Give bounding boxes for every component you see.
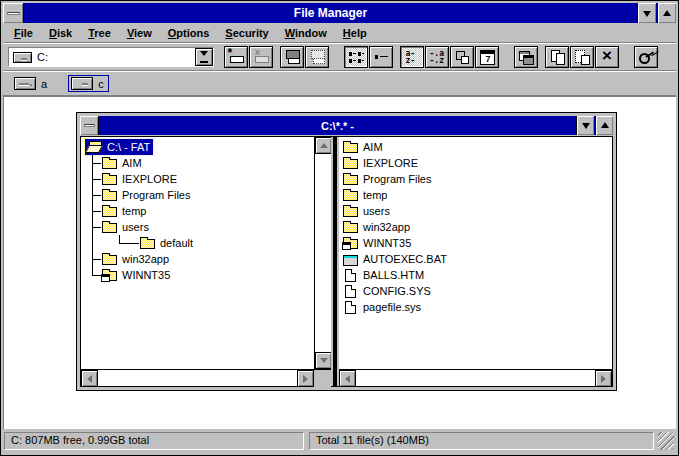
window-title: File Manager <box>24 6 637 20</box>
menu-help[interactable]: Help <box>335 25 375 41</box>
file-item[interactable]: WINNT35 <box>342 235 612 251</box>
tree-hscroll-track[interactable] <box>98 370 297 386</box>
file-item-label: WINNT35 <box>363 237 411 249</box>
stop-sharing-button[interactable] <box>305 46 329 68</box>
tree-branch-lines <box>85 187 101 203</box>
sort-by-date-button[interactable] <box>475 46 499 68</box>
tree-item-label: temp <box>122 205 146 217</box>
program-file-icon <box>343 255 358 266</box>
scroll-right-button[interactable] <box>595 370 612 387</box>
directory-tree-pane: C:\ - FAT AIM <box>81 137 314 369</box>
file-item[interactable]: win32app <box>342 219 612 235</box>
tree-item[interactable]: IEXPLORE <box>85 171 314 187</box>
file-item[interactable]: users <box>342 203 612 219</box>
stop-sharing-folder-icon <box>309 50 326 65</box>
sort-by-name-button[interactable] <box>400 46 424 68</box>
tree-branch-lines <box>85 251 101 267</box>
file-item[interactable]: pagefile.sys <box>342 299 612 315</box>
copy-to-clipboard-button[interactable] <box>570 46 594 68</box>
document-icon <box>345 269 356 282</box>
list-hscroll-track[interactable] <box>356 370 595 386</box>
directory-minimize-button[interactable] <box>576 116 594 135</box>
file-item[interactable]: AIM <box>342 139 612 155</box>
tree-item[interactable]: temp <box>85 203 314 219</box>
scroll-right-button[interactable] <box>297 370 314 387</box>
view-all-details-button[interactable] <box>369 46 393 68</box>
tree-item-label: AIM <box>122 157 142 169</box>
title-bar[interactable]: File Manager <box>3 3 676 23</box>
file-item-label: CONFIG.SYS <box>363 285 431 297</box>
pane-splitter[interactable] <box>331 137 339 386</box>
resize-grip[interactable] <box>658 432 674 450</box>
chevron-down-icon <box>200 51 208 60</box>
file-item[interactable]: AUTOEXEC.BAT <box>342 251 612 267</box>
drive-c-button[interactable]: c <box>68 75 109 92</box>
status-drive-info: C: 807MB free, 0.99GB total <box>4 432 304 450</box>
drive-selector[interactable]: C: <box>8 47 214 67</box>
new-window-button[interactable] <box>514 46 538 68</box>
list-horizontal-scrollbar[interactable] <box>339 369 612 386</box>
tree-item[interactable]: win32app <box>85 251 314 267</box>
permissions-button[interactable] <box>634 46 658 68</box>
status-selection-info: Total 11 file(s) (140MB) <box>309 432 654 450</box>
delete-button[interactable] <box>595 46 619 68</box>
minimize-button[interactable] <box>637 3 656 23</box>
drive-selector-dropdown-button[interactable] <box>195 48 213 66</box>
menu-view[interactable]: View <box>119 25 160 41</box>
tree-vscroll-track[interactable] <box>315 154 331 352</box>
file-item[interactable]: Program Files <box>342 171 612 187</box>
tree-item[interactable]: C:\ - FAT <box>85 139 314 155</box>
tree-item-label: C:\ - FAT <box>107 141 150 153</box>
directory-maximize-button[interactable] <box>595 116 613 135</box>
minimize-icon <box>643 11 651 21</box>
tree-item[interactable]: AIM <box>85 155 314 171</box>
tree-horizontal-scrollbar[interactable] <box>81 369 331 386</box>
system-menu-button[interactable] <box>3 3 24 23</box>
view-name-only-button[interactable] <box>344 46 368 68</box>
tree-branch-lines <box>85 171 101 187</box>
menu-options[interactable]: Options <box>160 25 218 41</box>
maximize-button[interactable] <box>657 3 676 23</box>
menu-tree[interactable]: Tree <box>80 25 119 41</box>
file-item[interactable]: temp <box>342 187 612 203</box>
key-icon <box>638 50 655 65</box>
menu-disk[interactable]: Disk <box>41 25 80 41</box>
file-item[interactable]: BALLS.HTM <box>342 267 612 283</box>
tree-item-label: IEXPLORE <box>122 173 177 185</box>
scroll-down-button[interactable] <box>315 352 332 369</box>
drive-a-button[interactable]: a <box>11 75 52 92</box>
tree-item[interactable]: Program Files <box>85 187 314 203</box>
share-as-button[interactable] <box>280 46 304 68</box>
system-menu-icon <box>7 12 20 15</box>
scroll-up-button[interactable] <box>315 137 332 154</box>
tree-item[interactable]: default <box>85 235 314 251</box>
sort-by-size-button[interactable] <box>450 46 474 68</box>
system-menu-icon <box>84 124 95 127</box>
tree-item-label: win32app <box>122 253 169 265</box>
tree-branch-lines <box>85 155 101 171</box>
file-item[interactable]: CONFIG.SYS <box>342 283 612 299</box>
tree-vertical-scrollbar[interactable] <box>314 137 331 369</box>
scroll-left-button[interactable] <box>81 370 98 387</box>
menu-file[interactable]: File <box>6 25 41 41</box>
scroll-left-button[interactable] <box>339 370 356 387</box>
scroll-right-icon <box>303 375 312 383</box>
drive-letter: a <box>41 78 47 90</box>
disconnect-network-drive-icon <box>253 50 270 65</box>
copy-button[interactable] <box>545 46 569 68</box>
tree-item[interactable]: WINNT35 <box>85 267 314 283</box>
share-folder-icon <box>284 50 301 65</box>
menu-security[interactable]: Security <box>217 25 276 41</box>
file-item-label: AIM <box>363 141 383 153</box>
tree-item[interactable]: users <box>85 219 314 235</box>
directory-system-menu-button[interactable] <box>80 116 99 135</box>
menu-window[interactable]: Window <box>277 25 335 41</box>
file-item[interactable]: IEXPLORE <box>342 155 612 171</box>
sort-by-type-icon <box>429 50 446 65</box>
disconnect-network-drive-button[interactable] <box>249 46 273 68</box>
folder-icon <box>102 207 117 217</box>
sort-by-type-button[interactable] <box>425 46 449 68</box>
connect-network-drive-button[interactable] <box>224 46 248 68</box>
document-icon <box>345 285 356 298</box>
directory-window-title-bar[interactable]: C:\*.* - <box>80 116 613 135</box>
